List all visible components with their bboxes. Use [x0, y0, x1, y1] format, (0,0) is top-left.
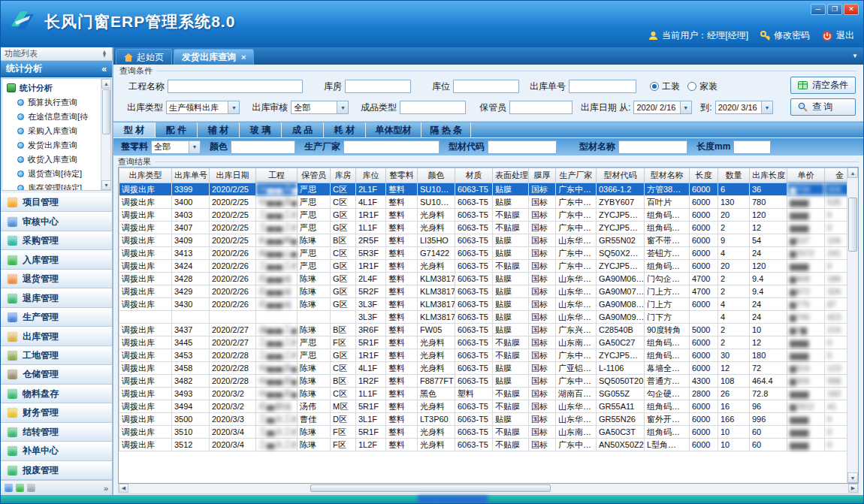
sidebar-item-审核中心[interactable]: 审核中心 [1, 212, 112, 231]
radio-workwear-icon[interactable] [650, 82, 659, 91]
column-header[interactable]: 库房 [331, 168, 356, 183]
tree-item[interactable]: 库存管理[待定] [7, 181, 100, 191]
more-panels-icon[interactable]: » [104, 484, 108, 493]
column-header[interactable]: 长度 [690, 168, 718, 183]
table-row[interactable]: 调拨出库34132020/2/26南▆▆山▆严思C区5R3F整料G7142260… [119, 247, 847, 260]
table-row[interactable]: 调拨出库34032020/2/25工▆▆工程严思G区1R1F整料光身料6063-… [119, 209, 847, 222]
column-header[interactable]: 膜厚 [529, 168, 556, 183]
table-row[interactable]: 调拨出库35122020/3/4工▆共工程陈琳F区1L2F整料光身料6063-T… [119, 439, 847, 451]
tab-home[interactable]: 起始页 [116, 49, 172, 65]
product-type-input[interactable] [400, 101, 466, 114]
table-row[interactable]: 调拨出库34942020/3/2石▆辉城汤伟M区5R1F整料光身料6063-T5… [119, 400, 847, 413]
manufacturer-input[interactable] [343, 140, 440, 154]
close-button[interactable]: ✕ [844, 4, 859, 15]
table-row[interactable]: 调拨出库34092020/2/25长▆▆网▆陈琳B区2R5F整料LI35HO60… [119, 234, 847, 247]
scroll-up-icon[interactable]: ▲ [847, 167, 858, 178]
vertical-scrollbar[interactable]: ▲ ▼ [847, 167, 858, 483]
material-tab-7[interactable]: 单体型材 [366, 122, 421, 137]
tree-scrollbar[interactable]: ▲ ▼ [101, 79, 110, 190]
disk-icon[interactable] [27, 484, 35, 492]
sidebar-item-出库管理[interactable]: 出库管理 [1, 327, 112, 346]
table-row[interactable]: 调拨出库34292020/2/26石▆▆城陈琳G区5R2F整料KLM381760… [119, 285, 847, 298]
sidebar-section-statistics[interactable]: 统计分析 « [1, 61, 112, 77]
material-tab-8[interactable]: 隔 热 条 [421, 122, 471, 137]
table-row[interactable]: 调拨出库34822020/2/28华▆▆原▆陈琳B区1R2F整料F8877FT6… [119, 375, 847, 388]
sidebar-item-财务管理[interactable]: 财务管理 [1, 403, 112, 422]
monitor-icon[interactable] [16, 484, 24, 492]
radio-homewear-icon[interactable] [687, 82, 696, 91]
tree-item[interactable]: 退货查询[待定] [7, 167, 100, 181]
sidebar-item-结转管理[interactable]: 结转管理 [1, 423, 112, 442]
tree-scroll-thumb[interactable] [102, 89, 110, 134]
sidebar-item-工地管理[interactable]: 工地管理 [1, 346, 112, 365]
tree-item[interactable]: 收货入库查询 [7, 152, 100, 167]
column-header[interactable]: 表面处理 [493, 168, 529, 183]
column-header[interactable]: 金 [825, 168, 847, 183]
table-row[interactable]: 调拨出库34072020/2/25工▆▆工程严思G区1L1F整料光身料6063-… [119, 222, 847, 234]
radio-workwear[interactable]: 工装 [650, 80, 680, 93]
sidebar-item-采购管理[interactable]: 采购管理 [1, 231, 112, 250]
search-button[interactable]: 查 询 [790, 98, 856, 116]
grid-icon[interactable] [5, 484, 13, 492]
tree-item[interactable]: 预算执行查询 [7, 95, 100, 110]
table-row[interactable]: 调拨出库34282020/2/26石▆▆城陈琳G区2L4F整料KLM381760… [119, 273, 847, 285]
order-no-input[interactable] [569, 80, 636, 93]
radio-homewear[interactable]: 家装 [687, 80, 717, 93]
material-tab-2[interactable]: 配 件 [156, 122, 198, 137]
table-row[interactable]: 调拨出库33992020/2/25华▆▆原▆严思C区2L1F整料SU10…606… [119, 183, 847, 196]
profile-name-input[interactable] [618, 140, 687, 154]
sidebar-item-入库管理[interactable]: 入库管理 [1, 250, 112, 269]
material-tab-1[interactable]: 型 材 [113, 122, 156, 137]
date-from-select[interactable]: 2020/ 2/16 ▼ [633, 101, 691, 114]
material-tab-6[interactable]: 耗 材 [324, 122, 366, 137]
sidebar-item-退货管理[interactable]: 退货管理 [1, 270, 112, 288]
keeper-input[interactable] [509, 101, 572, 114]
scroll-down-icon[interactable]: ▼ [847, 472, 858, 483]
column-header[interactable]: 整零料 [386, 168, 418, 183]
table-row[interactable]: 调拨出库34242020/2/26工▆▆工程严思G区1R1F整料光身料6063-… [119, 260, 847, 273]
material-tab-5[interactable]: 成 品 [282, 122, 324, 137]
material-tab-4[interactable]: 玻 璃 [240, 122, 282, 137]
sidebar-item-补单中心[interactable]: 补单中心 [1, 442, 112, 460]
v-scroll-thumb[interactable] [848, 198, 857, 252]
h-scroll-thumb[interactable] [310, 484, 551, 492]
project-name-input[interactable] [168, 80, 303, 93]
table-row[interactable]: 调拨出库34302020/2/26石▆▆城陈琳G区3L3F整料KLM381760… [119, 298, 847, 311]
tree-root-statistics[interactable]: 统计分析 [7, 80, 100, 95]
table-row[interactable]: 调拨出库35002020/3/3工▆共工程曹佳D区3L1F整料LT3P60606… [119, 413, 847, 426]
tab-list-caret-icon[interactable]: ▼ [852, 53, 858, 59]
tree-item[interactable]: 发货出库查询 [7, 138, 100, 152]
table-row[interactable]: 调拨出库35102020/3/4工▆共工程陈琳F区5R1F整料光身料6063-T… [119, 426, 847, 439]
outbound-audit-select[interactable]: 全部 ▼ [291, 101, 349, 114]
table-row[interactable]: 3L3F整料KLM38176063-T5贴膜国标山东华…GA90M09…门下方4… [119, 311, 847, 324]
pin-icon[interactable] [101, 50, 108, 58]
column-header[interactable]: 库位 [356, 168, 386, 183]
sidebar-item-项目管理[interactable]: 项目管理 [1, 193, 112, 212]
table-row[interactable]: 调拨出库34372020/2/27佛▆▆工▆陈琳B区3R6F整料FW056063… [119, 324, 847, 337]
column-header[interactable]: 保管员 [298, 168, 331, 183]
table-row[interactable]: 调拨出库34452020/2/27工▆▆工程严思F区5R1F整料光身料6063-… [119, 337, 847, 349]
change-password-button[interactable]: 修改密码 [760, 29, 810, 42]
sidebar-item-生产管理[interactable]: 生产管理 [1, 308, 112, 327]
tab-close-icon[interactable]: × [241, 53, 246, 62]
column-header[interactable]: 出库日期 [210, 168, 256, 183]
length-input[interactable] [733, 140, 771, 154]
scroll-down-icon[interactable]: ▼ [101, 180, 111, 190]
column-header[interactable]: 单价 [787, 168, 825, 183]
minimize-button[interactable]: ─ [811, 4, 826, 15]
date-to-select[interactable]: 2020/ 3/16 ▼ [715, 101, 773, 114]
tree-item[interactable]: 采购入库查询 [7, 124, 100, 138]
column-header[interactable]: 颜色 [418, 168, 455, 183]
sidebar-item-报废管理[interactable]: 报废管理 [1, 461, 112, 480]
column-header[interactable]: 出库类型 [119, 168, 172, 183]
column-header[interactable]: 型材代码 [597, 168, 645, 183]
tree-item[interactable]: 在途信息查询[待 [7, 110, 100, 124]
scroll-left-icon[interactable]: ◀ [119, 484, 128, 493]
material-tab-3[interactable]: 辅 材 [198, 122, 240, 137]
location-input[interactable] [453, 80, 519, 93]
clear-conditions-button[interactable]: 清空条件 [790, 77, 856, 94]
column-header[interactable]: 出库单号 [172, 168, 210, 183]
table-row[interactable]: 调拨出库34002020/2/25华▆▆原▆严思C区4L1F整料SU10…606… [119, 196, 847, 209]
column-header[interactable]: 出库长度 [750, 168, 787, 183]
table-row[interactable]: 调拨出库34532020/2/28工▆▆工程严思G区1R1F整料光身料6063-… [119, 349, 847, 362]
